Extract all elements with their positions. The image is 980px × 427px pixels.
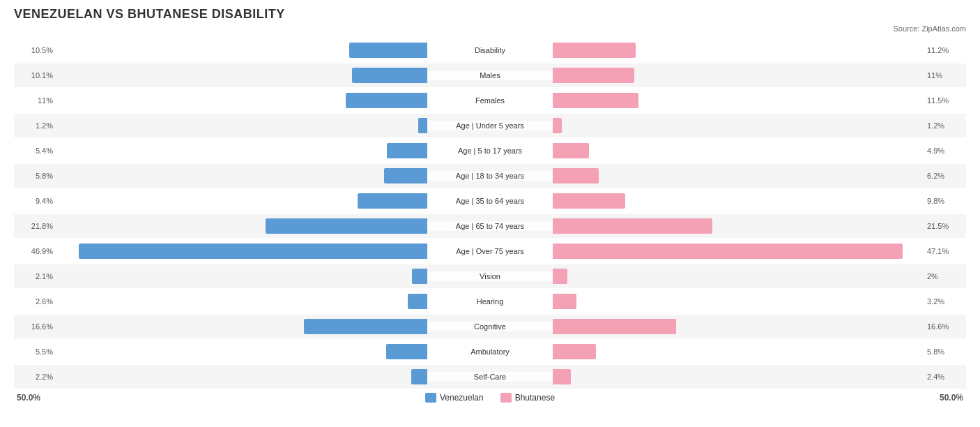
left-value: 5.4% bbox=[14, 147, 56, 155]
left-value: 2.2% bbox=[14, 373, 56, 381]
legend-item-bhutanese: Bhutanese bbox=[500, 393, 555, 403]
center-label: Age | Over 75 years bbox=[427, 246, 553, 256]
right-value: 21.5% bbox=[924, 222, 966, 230]
left-bar-wrap bbox=[56, 68, 427, 83]
left-bar bbox=[304, 319, 427, 334]
left-bar-wrap bbox=[56, 269, 427, 284]
left-bar bbox=[412, 269, 427, 284]
right-bar-wrap bbox=[553, 269, 924, 284]
right-bar-wrap bbox=[553, 344, 924, 359]
left-value: 10.1% bbox=[14, 71, 56, 80]
right-value: 6.2% bbox=[924, 172, 966, 180]
bar-row: 21.8% Age | 65 to 74 years 21.5% bbox=[14, 214, 966, 238]
left-value: 21.8% bbox=[14, 222, 56, 230]
legend-item-venezuelan: Venezuelan bbox=[425, 393, 484, 403]
bar-container: 16.6% Cognitive 16.6% bbox=[14, 315, 966, 338]
center-label: Age | 65 to 74 years bbox=[427, 221, 553, 231]
left-bar bbox=[386, 344, 427, 359]
right-bar-wrap bbox=[553, 93, 924, 108]
right-bar-wrap bbox=[553, 43, 924, 58]
right-value: 4.9% bbox=[924, 147, 966, 155]
left-bar bbox=[346, 93, 427, 108]
bar-container: 21.8% Age | 65 to 74 years 21.5% bbox=[14, 214, 966, 238]
bar-row: 16.6% Cognitive 16.6% bbox=[14, 315, 966, 338]
left-bar-wrap bbox=[56, 168, 427, 183]
center-label: Vision bbox=[427, 271, 553, 281]
center-label: Self-Care bbox=[427, 372, 553, 382]
right-bar bbox=[553, 168, 599, 183]
left-bar bbox=[408, 294, 427, 309]
chart-area: 10.5% Disability 11.2% 10.1% Males 11% 1… bbox=[14, 38, 966, 389]
left-value: 9.4% bbox=[14, 197, 56, 205]
footer-left-value: 50.0% bbox=[17, 393, 40, 403]
left-value: 46.9% bbox=[14, 247, 56, 255]
bar-row: 10.5% Disability 11.2% bbox=[14, 38, 966, 62]
right-bar bbox=[553, 344, 596, 359]
bar-row: 2.6% Hearing 3.2% bbox=[14, 290, 966, 313]
bar-container: 46.9% Age | Over 75 years 47.1% bbox=[14, 239, 966, 263]
right-bar bbox=[553, 193, 625, 209]
left-bar bbox=[266, 218, 427, 234]
left-bar bbox=[352, 68, 427, 83]
right-value: 11.5% bbox=[924, 96, 966, 105]
right-value: 47.1% bbox=[924, 247, 966, 255]
left-value: 5.8% bbox=[14, 172, 56, 180]
right-bar bbox=[553, 93, 638, 108]
center-label: Disability bbox=[427, 45, 553, 55]
right-value: 11.2% bbox=[924, 46, 966, 54]
right-bar-wrap bbox=[553, 143, 924, 158]
bar-container: 5.8% Age | 18 to 34 years 6.2% bbox=[14, 164, 966, 188]
center-label: Age | 5 to 17 years bbox=[427, 146, 553, 156]
left-bar-wrap bbox=[56, 143, 427, 158]
right-bar-wrap bbox=[553, 294, 924, 309]
left-bar bbox=[418, 118, 427, 133]
right-value: 3.2% bbox=[924, 297, 966, 306]
source-label: Source: ZipAtlas.com bbox=[14, 24, 966, 33]
footer-right-value: 50.0% bbox=[940, 393, 963, 403]
right-value: 16.6% bbox=[924, 322, 966, 331]
bar-container: 5.5% Ambulatory 5.8% bbox=[14, 340, 966, 364]
bar-container: 2.6% Hearing 3.2% bbox=[14, 290, 966, 313]
right-bar bbox=[553, 269, 567, 284]
center-label: Males bbox=[427, 70, 553, 80]
left-bar bbox=[79, 244, 427, 259]
left-value: 10.5% bbox=[14, 46, 56, 54]
left-value: 5.5% bbox=[14, 347, 56, 356]
left-bar-wrap bbox=[56, 193, 427, 209]
right-bar-wrap bbox=[553, 118, 924, 133]
bar-row: 5.5% Ambulatory 5.8% bbox=[14, 340, 966, 364]
bar-row: 46.9% Age | Over 75 years 47.1% bbox=[14, 239, 966, 263]
legend: Venezuelan Bhutanese bbox=[40, 393, 940, 403]
left-bar bbox=[411, 369, 427, 384]
right-bar bbox=[553, 143, 589, 158]
bar-container: 2.2% Self-Care 2.4% bbox=[14, 365, 966, 389]
bar-container: 11% Females 11.5% bbox=[14, 89, 966, 112]
legend-color-bhutanese bbox=[500, 393, 512, 403]
left-bar-wrap bbox=[56, 344, 427, 359]
left-bar bbox=[387, 143, 427, 158]
left-value: 1.2% bbox=[14, 121, 56, 130]
right-bar bbox=[553, 118, 562, 133]
right-value: 2% bbox=[924, 272, 966, 280]
right-bar-wrap bbox=[553, 244, 924, 259]
bar-row: 5.4% Age | 5 to 17 years 4.9% bbox=[14, 139, 966, 163]
left-bar-wrap bbox=[56, 218, 427, 234]
left-value: 16.6% bbox=[14, 322, 56, 331]
left-value: 2.6% bbox=[14, 297, 56, 306]
bar-row: 5.8% Age | 18 to 34 years 6.2% bbox=[14, 164, 966, 188]
bar-row: 9.4% Age | 35 to 64 years 9.8% bbox=[14, 189, 966, 213]
center-label: Ambulatory bbox=[427, 347, 553, 357]
bar-row: 2.2% Self-Care 2.4% bbox=[14, 365, 966, 389]
left-bar bbox=[384, 168, 427, 183]
legend-label-bhutanese: Bhutanese bbox=[515, 393, 555, 403]
bar-container: 10.1% Males 11% bbox=[14, 63, 966, 87]
center-label: Females bbox=[427, 96, 553, 105]
left-bar-wrap bbox=[56, 294, 427, 309]
center-label: Cognitive bbox=[427, 322, 553, 331]
right-bar-wrap bbox=[553, 218, 924, 234]
bar-container: 9.4% Age | 35 to 64 years 9.8% bbox=[14, 189, 966, 213]
right-bar bbox=[553, 68, 634, 83]
bar-row: 11% Females 11.5% bbox=[14, 89, 966, 112]
left-bar-wrap bbox=[56, 118, 427, 133]
legend-color-venezuelan bbox=[425, 393, 436, 403]
